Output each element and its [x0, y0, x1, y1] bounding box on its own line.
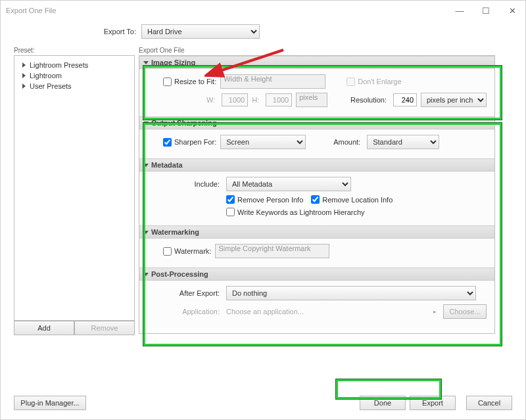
chevron-down-icon — [143, 122, 149, 125]
remove-preset-button[interactable]: Remove — [74, 321, 135, 335]
chevron-down-icon — [143, 231, 149, 234]
after-export-label: After Export: — [147, 289, 222, 297]
sharpen-checkbox[interactable]: Sharpen For: — [163, 138, 216, 147]
amount-select[interactable]: Standard — [367, 135, 439, 149]
chevron-down-icon — [143, 61, 149, 64]
minimize-button[interactable]: — — [446, 1, 473, 20]
include-label: Include: — [147, 180, 222, 188]
amount-label: Amount: — [333, 138, 363, 146]
chevron-right-icon: ▸ — [433, 308, 437, 315]
export-button[interactable]: Export — [410, 396, 456, 410]
resolution-label: Resolution: — [350, 96, 389, 104]
watermark-checkbox[interactable]: Watermark: — [163, 247, 211, 256]
cancel-button[interactable]: Cancel — [466, 396, 512, 410]
export-to-label: Export To: — [27, 28, 141, 35]
include-select[interactable]: All Metadata — [226, 177, 351, 191]
remove-person-checkbox[interactable]: Remove Person Info — [226, 195, 303, 204]
size-units-select[interactable]: pixels — [296, 93, 327, 107]
plugin-manager-button[interactable]: Plug-in Manager... — [14, 396, 86, 410]
resize-mode-select[interactable]: Width & Height — [220, 74, 325, 89]
maximize-button[interactable]: ☐ — [473, 1, 499, 20]
section-sharpening[interactable]: Output Sharpening — [139, 116, 494, 129]
add-preset-button[interactable]: Add — [14, 321, 74, 335]
application-value: Choose an application... — [226, 308, 429, 315]
after-export-select[interactable]: Do nothing — [226, 286, 476, 300]
export-to-select[interactable]: Hard Drive — [141, 24, 260, 39]
done-button[interactable]: Done — [360, 396, 406, 410]
section-post-processing[interactable]: Post-Processing — [139, 268, 494, 281]
preset-item[interactable]: Lightroom — [17, 70, 132, 81]
chevron-right-icon — [22, 73, 26, 78]
window-title: Export One File — [6, 7, 56, 14]
chevron-right-icon — [22, 83, 26, 89]
dont-enlarge-checkbox[interactable]: Don't Enlarge — [347, 78, 401, 86]
height-input[interactable] — [266, 93, 292, 106]
watermark-select[interactable]: Simple Copyright Watermark — [215, 244, 329, 258]
section-watermarking[interactable]: Watermarking — [139, 225, 494, 239]
chevron-right-icon — [22, 62, 26, 68]
chevron-down-icon — [143, 164, 149, 167]
resize-checkbox[interactable]: Resize to Fit: — [163, 78, 216, 86]
resolution-units-select[interactable]: pixels per inch — [421, 93, 487, 107]
preset-item[interactable]: User Presets — [17, 81, 132, 91]
width-label: W: — [206, 96, 218, 104]
remove-location-checkbox[interactable]: Remove Location Info — [311, 195, 393, 204]
height-label: H: — [252, 96, 262, 104]
keywords-checkbox[interactable]: Write Keywords as Lightroom Hierarchy — [226, 208, 365, 216]
right-heading: Export One File — [139, 47, 495, 54]
section-image-sizing[interactable]: Image Sizing — [139, 56, 494, 69]
section-metadata[interactable]: Metadata — [139, 158, 494, 172]
width-input[interactable] — [222, 93, 248, 106]
preset-item[interactable]: Lightroom Presets — [17, 60, 132, 70]
export-dialog: Export One File — ☐ ✕ Export To: Hard Dr… — [0, 0, 526, 420]
choose-app-button[interactable]: Choose... — [443, 304, 487, 319]
chevron-down-icon — [143, 273, 149, 276]
preset-heading: Preset: — [14, 47, 135, 54]
titlebar: Export One File — ☐ ✕ — [1, 1, 525, 20]
sharpen-for-select[interactable]: Screen — [220, 135, 306, 149]
close-button[interactable]: ✕ — [499, 1, 525, 20]
settings-panel: Image Sizing Resize to Fit: Width & Heig… — [139, 55, 495, 334]
resolution-input[interactable] — [393, 93, 417, 106]
preset-list[interactable]: Lightroom Presets Lightroom User Presets — [14, 55, 135, 321]
application-label: Application: — [147, 308, 222, 315]
